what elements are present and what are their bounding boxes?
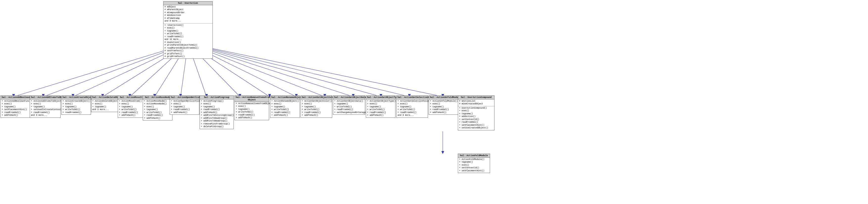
box-actionadditemstoobject-title: hal::ActionAddItemsToObject	[30, 96, 60, 99]
box-actionpingroup-title: hal::ActionPingroup	[200, 96, 234, 99]
box-actionsetobjecttype-title: hal::ActionSetObjectType	[366, 96, 395, 99]
box-actionmovenode-methods: + ActionMoveNode() + ActionMoveNode() + …	[143, 99, 172, 120]
box-actionsetobjectdata: hal::ActionSetObjectData + ActionSetObje…	[333, 96, 365, 115]
box-actionaddbooleanfunction-methods: + ActionAddBooleanFunction() + exec() + …	[1, 99, 30, 118]
box-useractioncompound: hal::UserActionCompound # mActionList # …	[458, 96, 494, 130]
box-actionunfoldmodule-methods: + ActionUnfoldModule() + exec() + tagnam…	[429, 99, 458, 114]
box-actionfoldmodule: hal::ActionFoldModule + ActionFoldModule…	[458, 154, 490, 173]
box-actioncreateobject-title: hal::ActionCreateObject	[62, 96, 91, 99]
box-actionsetselectionfocus: hal::ActionSetSelectionFocus + ActionSet…	[396, 96, 428, 118]
svg-line-12	[188, 43, 353, 97]
box-actionsetselectionfocus-title: hal::ActionSetSelectionFocus	[397, 96, 428, 99]
box-actionsetobjecttype: hal::ActionSetObjectType + ActionSetObje…	[366, 96, 396, 118]
box-actionmovenode: hal::ActionMoveNode + ActionMoveNode() +…	[143, 96, 173, 121]
box-actionsetobjectcolor-title: hal::ActionSetObjectColor	[301, 96, 332, 99]
box-actionfoldmodule-methods: + ActionFoldModule() + tagname() + exec(…	[458, 158, 490, 173]
box-actionadditemstoobject-methods: + ActionAddItemsToObject() + exec() + ta…	[30, 99, 60, 118]
box-actiondeleteobject-methods: + ActionDeleteObject() + exec() + tagnam…	[91, 99, 121, 112]
box-useraction-methods: + ~UserAction() + exec() + tagname() + w…	[163, 24, 213, 59]
box-actionsetobjectcolor: hal::ActionSetObjectColor + ActionSetObj…	[301, 96, 332, 118]
box-actionremoveitemsfromobject-methods: + ActionRemoveItemsFromObject() + exec()…	[235, 102, 269, 120]
box-actionrenameobject-title: hal::ActionRenameObject	[270, 96, 300, 99]
box-actiondeleteobject-title: hal::ActionDeleteObject	[91, 96, 121, 99]
box-actioncreateobject-methods: + ActionCreateObject() + exec() + tagnam…	[62, 99, 91, 114]
box-actioncreateobject: hal::ActionCreateObject + ActionCreateOb…	[61, 96, 91, 115]
box-actionsetobjectdata-methods: + ActionSetObjectData() + tagname() + wr…	[333, 99, 365, 114]
box-actionopennetlistfile: hal::ActionOpenNetlistFile + ActionOpenN…	[170, 96, 199, 115]
box-actionopennetlistfile-title: hal::ActionOpenNetlistFile	[170, 96, 199, 99]
box-actionsetselectionfocus-methods: + ActionSetSelectionFocus() + exec() + t…	[397, 99, 428, 118]
box-actionaddbooleanfunction-title: hal::ActionAddBooleanFunction	[1, 96, 30, 99]
box-actionremoveitemsfromobject: hal::ActionRemoveItemsFromObject + Actio…	[235, 96, 269, 120]
box-actionsetobjecttype-methods: + ActionSetObjectType() + exec() + tagna…	[366, 99, 395, 118]
svg-line-14	[188, 43, 409, 97]
box-useraction: hal::UserAction # mObject # mParentObjec…	[163, 1, 213, 59]
box-useractioncompound-attrs: # mActionList # mUseCreatedObject	[458, 99, 494, 106]
box-useraction-attrs: # mObject # mParentObject # mCompoundOrd…	[163, 5, 213, 24]
box-actionunfoldmodule-title: hal::ActionUnfoldModule	[429, 96, 458, 99]
box-actionsetobjectdata-title: hal::ActionSetObjectData	[333, 96, 365, 99]
diagram-container: hal::UserAction # mObject # mParentObjec…	[0, 0, 868, 204]
box-actionsetobjectcolor-methods: + ActionSetObjectColor() + exec() + tagn…	[301, 99, 332, 118]
svg-marker-33	[441, 151, 444, 154]
box-actionrenameobject-methods: + ActionRenameObject() + exec() + tagnam…	[270, 99, 300, 118]
svg-line-0	[13, 43, 188, 97]
box-useractioncompound-methods: + UserActionCompound() + exec() + tagnam…	[458, 106, 494, 130]
box-actionopennetlistfile-methods: + ActionOpenNetlistFile() + exec() + tag…	[170, 99, 199, 114]
box-actiondeleteobject: hal::ActionDeleteObject + ActionDeleteOb…	[91, 96, 121, 112]
svg-line-15	[188, 43, 443, 97]
box-actionremoveitemsfromobject-title: hal::ActionRemoveItemsFromObject	[235, 96, 269, 102]
box-actionpingroup-methods: + ActionPingroup() + exec() + tagname() …	[200, 99, 234, 129]
box-useraction-title: hal::UserAction	[163, 1, 213, 5]
box-actionfoldmodule-title: hal::ActionFoldModule	[458, 154, 490, 158]
box-actionpingroup: hal::ActionPingroup + ActionPingroup() +…	[199, 96, 234, 129]
box-actionrenameobject: hal::ActionRenameObject + ActionRenameOb…	[270, 96, 300, 118]
svg-line-13	[188, 43, 381, 97]
box-actionmovenode-title: hal::ActionMoveNode	[143, 96, 172, 99]
box-useractioncompound-title: hal::UserActionCompound	[458, 96, 494, 99]
box-actionadditemstoobject: hal::ActionAddItemsToObject + ActionAddI…	[30, 96, 61, 118]
box-actionaddbooleanfunction: hal::ActionAddBooleanFunction + ActionAd…	[0, 96, 30, 118]
box-actionunfoldmodule: hal::ActionUnfoldModule + ActionUnfoldMo…	[429, 96, 458, 115]
